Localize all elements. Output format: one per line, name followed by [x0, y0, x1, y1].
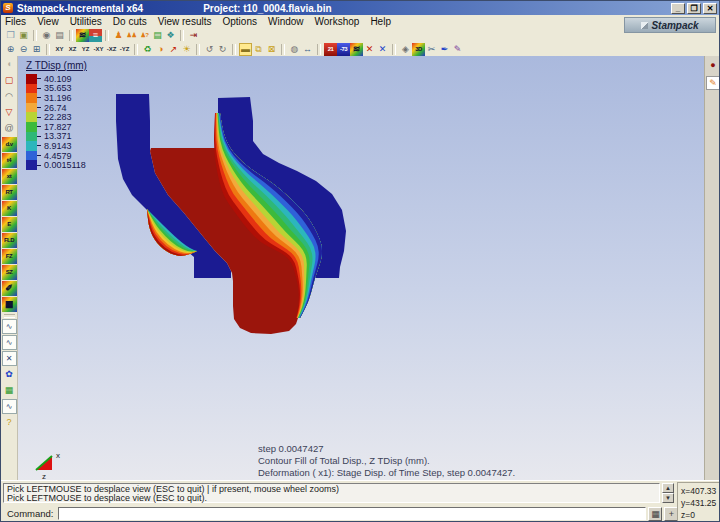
rotate-right-icon[interactable]: ↻ [216, 43, 229, 56]
menu-view-results[interactable]: View results [158, 16, 219, 27]
green-page-icon[interactable]: ▤ [151, 29, 164, 42]
flower-icon[interactable]: ✿ [2, 367, 17, 382]
open-file-icon[interactable]: ❒ [4, 29, 17, 42]
spiral-tool-icon[interactable]: @ [2, 121, 17, 136]
legend-swatch [26, 103, 37, 113]
right-strip: ●✎ [704, 56, 720, 480]
command-input[interactable] [58, 507, 646, 520]
copy-page-icon[interactable]: ⧉ [252, 43, 265, 56]
separator [33, 30, 37, 41]
graph-line2-icon[interactable]: ∿ [2, 335, 17, 350]
zoom-in-icon[interactable]: ⊕ [4, 43, 17, 56]
scissors-icon[interactable]: ✂ [425, 43, 438, 56]
camera-icon[interactable]: ◉ [40, 29, 53, 42]
separator [281, 44, 285, 55]
pen-icon[interactable]: ✒ [438, 43, 451, 56]
legend-swatch [26, 141, 37, 151]
help-page-icon[interactable]: ? [2, 415, 17, 430]
vector-icon[interactable]: ↗ [167, 43, 180, 56]
mesh-icon[interactable]: ▦ [2, 383, 17, 398]
result-grid-icon[interactable]: ▦ [2, 297, 17, 312]
scale-multi-icon[interactable]: ≋ [350, 43, 363, 56]
sketch-icon[interactable]: ✎ [451, 43, 464, 56]
close-button[interactable]: ✕ [703, 3, 717, 14]
result-fz-icon[interactable]: FZ [2, 249, 17, 264]
restore-button[interactable]: ❐ [687, 3, 701, 14]
graph-delete-icon[interactable]: ✕ [2, 351, 17, 366]
delete-scale-icon[interactable]: ✕ [363, 43, 376, 56]
view-yz-icon[interactable]: YZ [79, 43, 92, 56]
view-minus-xy-icon[interactable]: -XY [92, 43, 105, 56]
sticky-note-icon[interactable]: ▬ [239, 43, 252, 56]
result-k-icon[interactable]: K [2, 201, 17, 216]
render-page-icon[interactable]: ❖ [164, 29, 177, 42]
result-dv-icon[interactable]: d.v [2, 137, 17, 152]
graph-line-icon[interactable]: ∿ [2, 319, 17, 334]
funnel-tool-icon[interactable]: ▽ [2, 105, 17, 120]
legend-tick [37, 136, 41, 137]
result-xt-icon[interactable]: xt [2, 169, 17, 184]
view-minus-xz-icon[interactable]: -XZ [105, 43, 118, 56]
result-sz-icon[interactable]: SZ [2, 265, 17, 280]
menu-window[interactable]: Window [268, 16, 311, 27]
render-sphere-icon[interactable]: ◑ [154, 43, 167, 56]
measure-icon[interactable]: ↔ [301, 43, 314, 56]
scale-red-icon[interactable]: 21 [324, 43, 337, 56]
label-icon[interactable]: ◍ [288, 43, 301, 56]
layers-icon[interactable]: ≡ [89, 29, 102, 42]
view-minus-yz-icon[interactable]: -YZ [118, 43, 131, 56]
menu-options[interactable]: Options [223, 16, 264, 27]
grid-toggle-button[interactable]: ▦ [648, 507, 662, 521]
graph-small-icon[interactable]: ∿ [2, 399, 17, 414]
edit-note-icon[interactable]: ✎ [706, 76, 720, 90]
scale-blue-icon[interactable]: -73 [337, 43, 350, 56]
legend-swatch [26, 160, 37, 170]
scroll-down-button[interactable]: ▼ [662, 493, 674, 503]
gem-icon[interactable]: ◈ [399, 43, 412, 56]
legend-swatch [26, 132, 37, 142]
result-rt-icon[interactable]: RT [2, 185, 17, 200]
legend-value: 35.653 [44, 83, 72, 93]
user-icon[interactable]: ♟ [112, 29, 125, 42]
legend-tick [37, 88, 41, 89]
coordinates-panel: x=407.33 y=431.25 z=0 [677, 482, 720, 522]
result-t4-icon[interactable]: t4 [2, 153, 17, 168]
zoom-out-icon[interactable]: ⊖ [17, 43, 30, 56]
view-xy-icon[interactable]: XY [53, 43, 66, 56]
image-3d-icon[interactable]: 3D [412, 43, 425, 56]
contour-colors-icon[interactable]: ≋ [76, 29, 89, 42]
result-e-icon[interactable]: E [2, 217, 17, 232]
legend-value: 0.0015118 [44, 160, 86, 170]
menu-help[interactable]: Help [370, 16, 398, 27]
scroll-up-button[interactable]: ▲ [662, 483, 674, 493]
minimize-button[interactable]: _ [671, 3, 685, 14]
rotate-left-icon[interactable]: ↺ [203, 43, 216, 56]
viewport[interactable]: Z TDisp (mm) 40.10935.65331.19626.7422.2… [18, 56, 704, 480]
delete-scale-blue-icon[interactable]: ✕ [376, 43, 389, 56]
exit-icon[interactable]: ⇥ [187, 29, 200, 42]
image-preview-icon[interactable]: ▣ [17, 29, 30, 42]
axes-x-label: x [56, 451, 60, 460]
light-icon[interactable]: ☀ [180, 43, 193, 56]
result-brush-icon[interactable]: ✐ [2, 281, 17, 296]
redraw-icon[interactable]: ♻ [141, 43, 154, 56]
frame-tool-icon[interactable]: ▢ [2, 73, 17, 88]
menu-bar: FilesViewUtilitiesDo cutsView resultsOpt… [1, 15, 719, 28]
menu-files[interactable]: Files [5, 16, 33, 27]
delete-page-icon[interactable]: ⊠ [265, 43, 278, 56]
menu-utilities[interactable]: Utilities [70, 16, 109, 27]
user-help-icon[interactable]: ♟? [138, 29, 151, 42]
users-icon[interactable]: ♟♟ [125, 29, 138, 42]
whale-tool-icon[interactable]: ◠ [2, 89, 17, 104]
view-xz-icon[interactable]: XZ [66, 43, 79, 56]
print-icon[interactable]: ▤ [53, 29, 66, 42]
menu-do-cuts[interactable]: Do cuts [113, 16, 154, 27]
menu-workshop[interactable]: Workshop [315, 16, 367, 27]
zoom-window-icon[interactable]: ⊞ [30, 43, 43, 56]
select-tool-icon[interactable]: ◖ [2, 57, 17, 72]
result-fld-icon[interactable]: FLD [2, 233, 17, 248]
coord-z: z=0 [681, 509, 719, 521]
legend-swatch [26, 74, 37, 84]
menu-view[interactable]: View [37, 16, 66, 27]
record-icon[interactable]: ● [706, 59, 720, 73]
